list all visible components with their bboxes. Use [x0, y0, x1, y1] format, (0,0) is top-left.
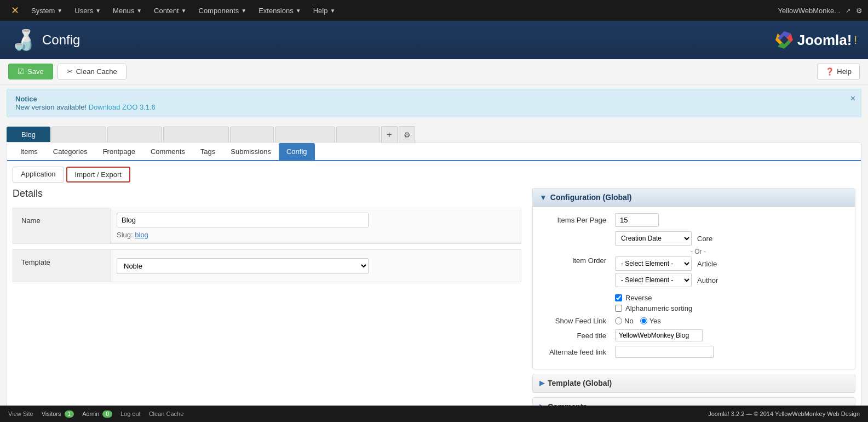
logout-link[interactable]: Log out [120, 410, 141, 417]
nav-extensions[interactable]: Extensions ▼ [253, 3, 307, 18]
config-tab-import-export[interactable]: Import / Export [66, 167, 130, 183]
tab-config[interactable]: Config [279, 143, 315, 160]
item-order-select-row: Creation DateAlphabeticalDate PublishedR… [615, 231, 718, 246]
nav-components[interactable]: Components ▼ [193, 3, 252, 18]
tab-comments[interactable]: Comments [143, 143, 193, 160]
reverse-label: Reverse [625, 294, 652, 302]
header-left: 🍶 Config [11, 28, 80, 52]
template-global-header[interactable]: ▶ Template (Global) [533, 374, 855, 392]
help-button[interactable]: ❓ Help [817, 64, 860, 79]
slug-link[interactable]: blog [135, 231, 148, 239]
users-arrow-icon: ▼ [95, 8, 101, 14]
save-button[interactable]: ☑ Save [8, 64, 53, 79]
main-content: Blog + ⚙ Items Categories Frontpage Comm… [0, 122, 868, 422]
settings-icon[interactable]: ⚙ [856, 7, 863, 15]
help-label: Help [837, 67, 852, 76]
nav-menus[interactable]: Menus ▼ [107, 3, 147, 18]
feed-no-radio[interactable] [615, 317, 622, 324]
components-arrow-icon: ▼ [241, 8, 246, 14]
bottom-left: View Site Visitors 1 Admin 0 Log out Cle… [8, 410, 183, 417]
app-tab-2[interactable] [51, 127, 106, 142]
top-nav-right: YellowWebMonke... ↗ ⚙ [778, 7, 863, 15]
secondary-tabs: Items Categories Frontpage Comments Tags… [7, 143, 861, 161]
feed-no-option[interactable]: No [615, 317, 634, 325]
menus-arrow-icon: ▼ [136, 8, 142, 14]
toolbar: ☑ Save ✂ Clean Cache ❓ Help [0, 59, 868, 84]
tab-frontpage[interactable]: Frontpage [95, 143, 143, 160]
details-title: Details [13, 188, 521, 199]
items-per-page-input[interactable] [615, 213, 659, 227]
items-per-page-row: Items Per Page [539, 213, 848, 227]
alt-feed-label: Alternate feed link [539, 348, 611, 356]
alt-feed-input[interactable] [615, 346, 714, 358]
clean-cache-label: Clean Cache [76, 67, 117, 76]
app-tab-5[interactable] [230, 127, 274, 142]
select-element-1[interactable]: - Select Element - [615, 256, 692, 271]
app-settings-button[interactable]: ⚙ [399, 126, 415, 142]
notice-close-button[interactable]: × [850, 94, 855, 104]
app-tab-6[interactable] [275, 127, 335, 142]
select-element-2-row: - Select Element - Author [615, 273, 718, 287]
bottom-right: Joomla! 3.2.2 — © 2014 YellowWebMonkey W… [708, 410, 860, 417]
left-column: Details Name Slug: blog Template [13, 188, 532, 417]
feed-radio-group: No Yes [615, 317, 661, 325]
tab-items[interactable]: Items [13, 143, 45, 160]
top-navigation: ✕ System ▼ Users ▼ Menus ▼ Content ▼ Com… [0, 0, 868, 21]
template-global-arrow-icon: ▶ [539, 379, 544, 387]
bottom-clean-cache-link[interactable]: Clean Cache [149, 410, 184, 417]
config-sections: ▼ Configuration (Global) Items Per Page [532, 188, 855, 417]
tab-tags[interactable]: Tags [193, 143, 223, 160]
template-select[interactable]: NobleDefaultBootstrap [117, 258, 369, 274]
joomla-logo-nav[interactable]: ✕ [5, 1, 25, 20]
alt-feed-row: Alternate feed link [539, 346, 848, 358]
page-title: Config [42, 32, 80, 48]
notice-title: Notice [15, 95, 853, 103]
config-global-header[interactable]: ▼ Configuration (Global) [533, 189, 855, 207]
config-tab-application[interactable]: Application [13, 167, 64, 183]
nav-users[interactable]: Users ▼ [69, 3, 106, 18]
item-order-label: Item Order [539, 256, 611, 265]
feed-title-input[interactable] [615, 329, 703, 341]
alphanumeric-checkbox[interactable] [615, 305, 622, 312]
name-label: Name [13, 208, 111, 244]
admin-badge: 0 [102, 410, 112, 418]
notice-link[interactable]: Download ZOO 3.1.6 [89, 103, 156, 111]
item-order-select[interactable]: Creation DateAlphabeticalDate PublishedR… [615, 231, 692, 246]
template-field-row: Template NobleDefaultBootstrap [13, 249, 521, 282]
template-global-title: Template (Global) [548, 379, 612, 387]
help-icon: ❓ [825, 67, 834, 76]
feed-yes-option[interactable]: Yes [640, 317, 661, 325]
bottom-bar: View Site Visitors 1 Admin 0 Log out Cle… [0, 406, 868, 422]
toolbar-left: ☑ Save ✂ Clean Cache [8, 64, 127, 79]
reverse-checkbox[interactable] [615, 294, 622, 301]
app-tab-blog[interactable]: Blog [7, 127, 50, 142]
right-column: ▼ Configuration (Global) Items Per Page [532, 188, 855, 417]
notice-bar: Notice New version available! Download Z… [7, 89, 861, 117]
app-tab-3[interactable] [107, 127, 162, 142]
nav-help[interactable]: Help ▼ [308, 3, 341, 18]
nav-content[interactable]: Content ▼ [148, 3, 192, 18]
tab-submissions[interactable]: Submissions [223, 143, 279, 160]
save-label: Save [27, 67, 44, 76]
select-element-2[interactable]: - Select Element - [615, 273, 692, 287]
app-tab-4[interactable] [163, 127, 229, 142]
feed-yes-radio[interactable] [640, 317, 647, 324]
visitors-badge: 1 [65, 410, 74, 418]
view-site-link[interactable]: View Site [8, 410, 33, 417]
app-tab-7[interactable] [336, 127, 380, 142]
joomla-exclamation: ! [854, 34, 857, 47]
items-per-page-label: Items Per Page [539, 216, 611, 224]
name-input[interactable] [117, 213, 369, 227]
panel-area: Items Categories Frontpage Comments Tags… [7, 142, 861, 422]
config-global-body: Items Per Page Item Order Creation DateA… [533, 207, 855, 369]
item-order-controls: Creation DateAlphabeticalDate PublishedR… [615, 231, 718, 289]
show-feed-row: Show Feed Link No Yes [539, 317, 848, 325]
two-column-layout: Details Name Slug: blog Template [7, 183, 861, 422]
nav-system[interactable]: System ▼ [26, 3, 68, 18]
clean-cache-button[interactable]: ✂ Clean Cache [58, 64, 127, 79]
config-tabs: Application Import / Export [7, 161, 861, 183]
user-menu[interactable]: YellowWebMonke... [778, 7, 840, 15]
top-nav-left: ✕ System ▼ Users ▼ Menus ▼ Content ▼ Com… [5, 1, 341, 20]
tab-categories[interactable]: Categories [45, 143, 95, 160]
add-app-button[interactable]: + [381, 126, 398, 142]
